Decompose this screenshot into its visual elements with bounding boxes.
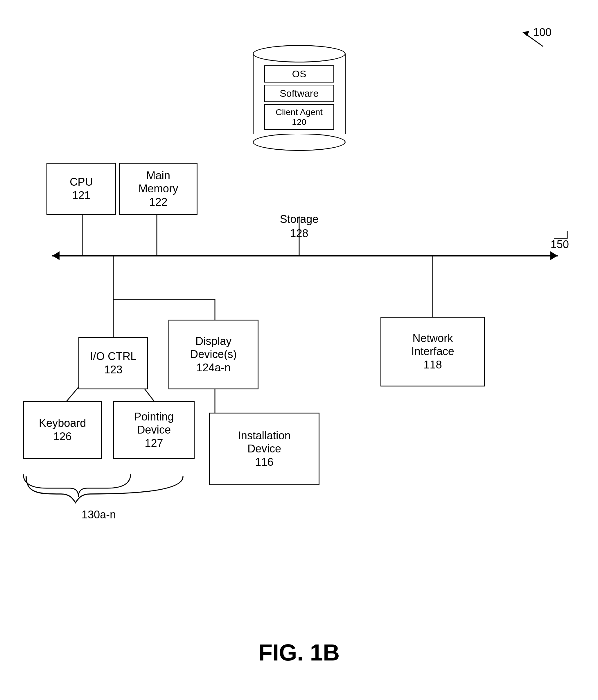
cylinder-bottom	[253, 133, 346, 151]
svg-marker-3	[52, 251, 59, 260]
software-box: Software	[264, 85, 334, 102]
display-device-box: DisplayDevice(s)124a-n	[168, 320, 259, 390]
cylinder-top	[253, 45, 346, 62]
main-memory-box: MainMemory122	[119, 163, 198, 215]
cylinder-body: OS Software Client Agent120	[253, 54, 346, 134]
storage-label: Storage128	[253, 212, 346, 241]
network-interface-box: NetworkInterface118	[381, 317, 485, 386]
io-ctrl-box: I/O CTRL123	[78, 337, 148, 390]
os-box: OS	[264, 66, 334, 82]
svg-marker-1	[523, 31, 529, 36]
cpu-box: CPU121	[47, 163, 116, 215]
storage-cylinder: OS Software Client Agent120	[253, 45, 346, 151]
diagram-ref-label: 100	[533, 26, 551, 39]
brace-group-label: 130a-n	[58, 508, 139, 521]
svg-marker-4	[550, 251, 557, 260]
client-agent-box: Client Agent120	[264, 104, 334, 130]
installation-device-box: InstallationDevice116	[209, 412, 319, 485]
figure-label: FIG. 1B	[258, 639, 339, 666]
bus-ref-label: 150	[551, 238, 569, 251]
brace-svg	[18, 471, 203, 506]
pointing-device-box: PointingDevice127	[113, 401, 194, 459]
keyboard-box: Keyboard126	[23, 401, 102, 459]
